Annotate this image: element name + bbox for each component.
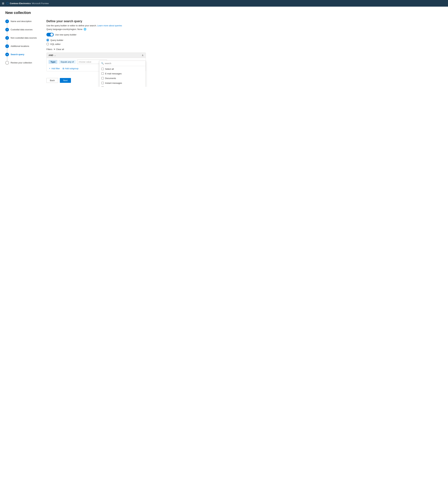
type-chip[interactable]: Type xyxy=(49,60,57,64)
filters-label: Filters xyxy=(46,48,52,50)
main-content: Define your search query Use the query b… xyxy=(46,19,443,83)
main-layout: ✓ Name and description ✓ Custodial data … xyxy=(5,19,443,83)
clear-all-label: Clear all xyxy=(56,48,64,50)
step-connector-col-4: ✓ xyxy=(5,44,9,53)
next-button[interactable]: Next xyxy=(60,78,71,83)
query-language-row: Query language-country/region: None 🌐 xyxy=(46,28,443,31)
and-chevron-icon[interactable]: ⌄ xyxy=(54,54,56,57)
dropdown-items: Select allE-mail messagesDocumentsInstan… xyxy=(99,66,146,87)
learn-more-link[interactable]: Learn more about queries xyxy=(97,24,122,27)
list-item[interactable]: Office Roaming Service xyxy=(99,85,146,87)
page-title: New collection xyxy=(5,11,443,15)
steps-sidebar: ✓ Name and description ✓ Custodial data … xyxy=(5,19,38,83)
dropdown-search-row: 🔍 xyxy=(99,61,146,66)
dropdown-panel: 🔍 Select allE-mail messagesDocumentsInst… xyxy=(99,61,146,87)
plus-icon: ＋ xyxy=(49,67,51,70)
step-connector-col-2: ✓ xyxy=(5,28,9,36)
step-line-2 xyxy=(7,32,7,36)
dropdown-item-label: Instant messages xyxy=(105,82,122,85)
add-subgroup-button[interactable]: ⊞ Add subgroup xyxy=(63,67,78,70)
step-circle-noncustodial: ✓ xyxy=(5,36,9,40)
filters-bar: Filters ✕ Clear all xyxy=(46,48,443,50)
checkbox[interactable] xyxy=(102,72,104,75)
step-label-custodial: Custodial data sources xyxy=(11,28,32,31)
radio-label-kql-editor: KQL editor xyxy=(50,43,61,45)
step-label-noncustodial: Non-custodial data sources xyxy=(11,36,37,39)
dropdown-search-input[interactable] xyxy=(105,62,144,65)
dropdown-item-label: Documents xyxy=(105,77,116,80)
radio-kql-editor[interactable]: KQL editor xyxy=(46,43,443,45)
product-name: Microsoft Purview xyxy=(32,2,49,5)
subgroup-icon: ⊞ xyxy=(63,67,64,70)
step-circle-custodial: ✓ xyxy=(5,28,9,31)
toggle-thumb xyxy=(50,33,53,36)
radio-dot-kql-editor xyxy=(46,43,49,45)
add-subgroup-label: Add subgroup xyxy=(65,67,78,70)
step-review: Review your collection xyxy=(5,61,38,65)
page-content: New collection ✓ Name and description ✓ … xyxy=(0,7,448,87)
toggle-row: Use new query builder xyxy=(46,33,443,37)
list-item[interactable]: Instant messages xyxy=(99,81,146,85)
radio-dot-query-builder xyxy=(46,39,49,41)
checkbox[interactable] xyxy=(102,77,104,79)
topbar: ⊞ ⬡ Contoso Electronics Microsoft Purvie… xyxy=(0,0,448,7)
step-label-review: Review your collection xyxy=(11,61,32,64)
step-name: ✓ Name and description xyxy=(5,19,38,28)
checkbox[interactable] xyxy=(102,68,104,70)
add-filter-button[interactable]: ＋ Add filter xyxy=(49,67,60,70)
checkbox[interactable] xyxy=(102,87,104,87)
radio-label-query-builder: Query builder xyxy=(50,39,63,41)
section-title: Define your search query xyxy=(46,19,443,23)
collapse-icon[interactable]: ∧ xyxy=(142,54,144,57)
step-connector-col-6 xyxy=(5,61,9,65)
dropdown-search-icon: 🔍 xyxy=(101,62,104,65)
step-line-5 xyxy=(7,57,7,61)
operator-chip[interactable]: Equals any of xyxy=(59,60,76,64)
step-label-search: Search query xyxy=(11,53,24,56)
step-connector-col-3: ✓ xyxy=(5,36,9,44)
toggle-label: Use new query builder xyxy=(55,33,77,36)
step-line-3 xyxy=(7,40,7,44)
list-item[interactable]: Documents xyxy=(99,76,146,81)
dropdown-item-label: Select all xyxy=(105,68,114,70)
radio-query-builder[interactable]: Query builder xyxy=(46,39,443,41)
section-desc: Use the query builder or editor to defin… xyxy=(46,24,443,27)
x-icon: ✕ xyxy=(54,48,55,50)
back-button[interactable]: Back xyxy=(46,78,58,83)
radio-group: Query builder KQL editor xyxy=(46,39,443,45)
and-label: AND xyxy=(49,54,53,57)
grid-icon[interactable]: ⊞ xyxy=(2,2,4,5)
step-connector-col-5: ● xyxy=(5,53,9,61)
logo: ⬡ Contoso Electronics Microsoft Purview xyxy=(6,1,49,5)
step-line-4 xyxy=(7,48,7,52)
query-builder: AND ⌄ ∧ Type Equals any of choose value … xyxy=(46,52,146,71)
new-query-builder-toggle[interactable] xyxy=(46,33,54,37)
step-label-additional: Additional locations xyxy=(11,44,29,47)
list-item[interactable]: Select all xyxy=(99,67,146,71)
list-item[interactable]: E-mail messages xyxy=(99,71,146,76)
step-noncustodial: ✓ Non-custodial data sources xyxy=(5,36,38,44)
add-filter-label: Add filter xyxy=(51,67,60,70)
step-search: ● Search query xyxy=(5,53,38,61)
value-placeholder: choose value xyxy=(79,61,99,63)
clear-all-button[interactable]: ✕ Clear all xyxy=(54,48,64,50)
logo-icon: ⬡ xyxy=(6,1,9,5)
globe-icon[interactable]: 🌐 xyxy=(83,28,86,31)
company-name: Contoso Electronics xyxy=(10,2,31,5)
step-circle-search: ● xyxy=(5,53,9,56)
checkbox[interactable] xyxy=(102,82,104,84)
step-connector-col-1: ✓ xyxy=(5,19,9,28)
step-circle-review xyxy=(5,61,9,65)
dropdown-item-label: Office Roaming Service xyxy=(105,86,128,87)
step-label-name: Name and description xyxy=(11,19,32,23)
and-bar: AND ⌄ ∧ xyxy=(47,53,146,58)
query-language-text: Query language-country/region: None xyxy=(46,28,83,31)
step-circle-additional: ✓ xyxy=(5,44,9,48)
step-custodial: ✓ Custodial data sources xyxy=(5,28,38,36)
step-line-1 xyxy=(7,24,7,27)
step-additional: ✓ Additional locations xyxy=(5,44,38,53)
step-circle-name: ✓ xyxy=(5,19,9,23)
dropdown-item-label: E-mail messages xyxy=(105,72,122,75)
